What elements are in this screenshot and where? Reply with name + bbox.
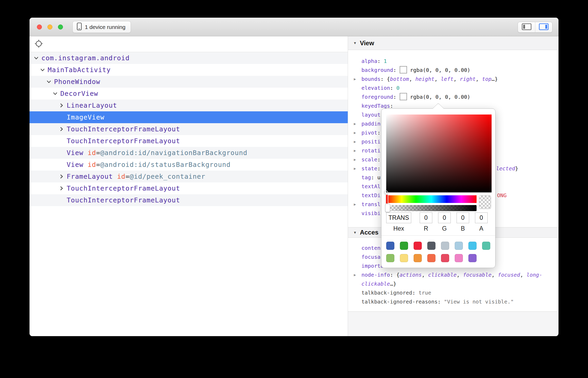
property-colon: : [438,299,444,305]
chevron-right-icon[interactable] [59,127,64,132]
device-status-button[interactable]: 1 device running [72,21,131,33]
disclosure-triangle-icon[interactable]: ▶ [354,74,356,83]
minimize-button[interactable] [47,24,52,29]
property-row[interactable]: ▶node-info: {actions, clickable, focusab… [348,270,558,288]
disclosure-triangle-icon[interactable]: ▶ [354,128,356,137]
chevron-right-icon[interactable] [59,174,64,179]
property-key: background [361,67,393,73]
palette-swatch[interactable] [400,254,408,262]
tree-node-attr: id [88,161,96,168]
property-row[interactable]: elevation: 0 [348,83,558,92]
property-row[interactable]: alpha: 1 [348,57,558,66]
g-label: G [438,225,451,232]
tree-node-attr-value: @android:id/navigationBarBackground [100,149,247,157]
tree-row[interactable]: TouchInterceptorFrameLayout [30,123,348,135]
tree-node-attr-value: @id/peek_container [130,173,205,180]
color-swatch-inline[interactable] [400,93,407,100]
alpha-slider-thumb[interactable] [385,204,390,212]
tree-toolbar [30,36,348,52]
disclosure-triangle-icon[interactable]: ▶ [354,200,356,209]
hue-slider[interactable] [386,195,477,203]
alpha-input[interactable] [475,212,488,223]
palette-swatch[interactable] [441,254,449,262]
hue-slider-thumb[interactable] [385,194,388,204]
alpha-slider[interactable] [386,205,477,211]
disclosure-triangle-icon[interactable]: ▶ [354,146,356,155]
disclosure-triangle-icon[interactable]: ▶ [354,119,356,128]
tree-row[interactable]: DecorView [30,88,348,100]
tree-row[interactable]: TouchInterceptorFrameLayout [30,135,348,147]
tree-row[interactable]: com.instagram.android [30,52,348,64]
chevron-right-icon[interactable] [59,186,64,191]
disclosure-triangle-icon[interactable]: ▶ [354,155,356,164]
chevron-down-icon[interactable] [33,56,39,61]
tree-node-eq: = [96,149,100,157]
saturation-brightness-area[interactable] [386,115,492,192]
palette-swatch[interactable] [400,242,408,250]
property-value-segment: top [482,76,492,82]
section-disclosure-icon[interactable]: ▼ [353,41,357,45]
element-picker-button[interactable] [34,40,43,49]
property-value-segment: 0 [396,85,399,91]
property-value-segment: left [441,76,453,82]
tree-row[interactable]: PhoneWindow [30,76,348,88]
chevron-right-icon[interactable] [59,103,64,108]
palette-swatch[interactable] [441,242,449,250]
palette-swatch[interactable] [386,242,394,250]
palette-swatch[interactable] [386,254,394,262]
property-row[interactable]: foreground: rgba(0, 0, 0, 0.00) [348,92,558,101]
section-view-header[interactable]: ▼ View [348,36,558,50]
property-key: importa [361,263,384,269]
property-row[interactable]: ▶bounds: {bottom, height, left, right, t… [348,74,558,83]
disclosure-triangle-icon[interactable]: ▶ [354,164,356,173]
property-colon: : [390,103,396,109]
disclosure-triangle-icon[interactable]: ▶ [354,270,356,279]
green-input[interactable] [438,212,451,223]
tree-row[interactable]: ImageView [30,111,348,123]
saturation-cursor[interactable] [384,191,388,195]
chevron-down-icon[interactable] [52,91,58,96]
panel-toggles [518,22,552,33]
divider [381,235,495,236]
view-hierarchy-pane: com.instagram.androidMainTabActivityPhon… [30,36,348,336]
tree-row[interactable]: TouchInterceptorFrameLayout [30,194,348,206]
palette-swatch[interactable] [427,254,435,262]
property-value-segment: { [396,272,399,278]
palette-swatch[interactable] [468,242,477,250]
r-label: R [420,225,432,232]
tree-row[interactable]: MainTabActivity [30,64,348,76]
tree-row[interactable]: View id=@android:id/navigationBarBackgro… [30,147,348,159]
tree-row[interactable]: View id=@android:id/statusBarBackground [30,159,348,171]
close-button[interactable] [37,24,42,29]
color-swatch-inline[interactable] [400,66,407,73]
zoom-button[interactable] [58,24,63,29]
tree-node-label: FrameLayout [67,173,117,180]
chevron-down-icon[interactable] [46,79,51,84]
palette-swatch[interactable] [455,254,463,262]
palette-swatch[interactable] [482,242,490,250]
blue-input[interactable] [457,212,469,223]
property-colon: : [371,174,377,181]
palette-swatch[interactable] [468,254,477,262]
tree-node-label: ImageView [67,113,105,121]
red-input[interactable] [420,212,432,223]
property-row[interactable]: background: rgba(0, 0, 0, 0.00) [348,66,558,74]
section-disclosure-icon[interactable]: ▼ [353,231,357,235]
property-key: focusa [361,254,380,260]
palette-swatch[interactable] [414,254,422,262]
tree-row[interactable]: LinearLayout [30,100,348,111]
property-row[interactable]: talkback-ignored: true [348,288,558,297]
tree-row[interactable]: TouchInterceptorFrameLayout [30,182,348,194]
disclosure-triangle-icon[interactable]: ▶ [354,137,356,146]
palette-swatch[interactable] [455,242,463,250]
toggle-right-panel-button[interactable] [535,22,552,32]
chevron-down-icon[interactable] [40,67,45,73]
property-row[interactable]: talkback-ignored-reasons: "View is not v… [348,297,558,306]
tree-row[interactable]: FrameLayout id=@id/peek_container [30,171,348,182]
property-key: bounds [361,76,380,82]
property-key: state [361,165,377,172]
palette-swatch[interactable] [414,242,422,250]
hex-input[interactable] [386,212,411,223]
toggle-left-panel-button[interactable] [518,22,535,32]
palette-swatch[interactable] [427,242,435,250]
